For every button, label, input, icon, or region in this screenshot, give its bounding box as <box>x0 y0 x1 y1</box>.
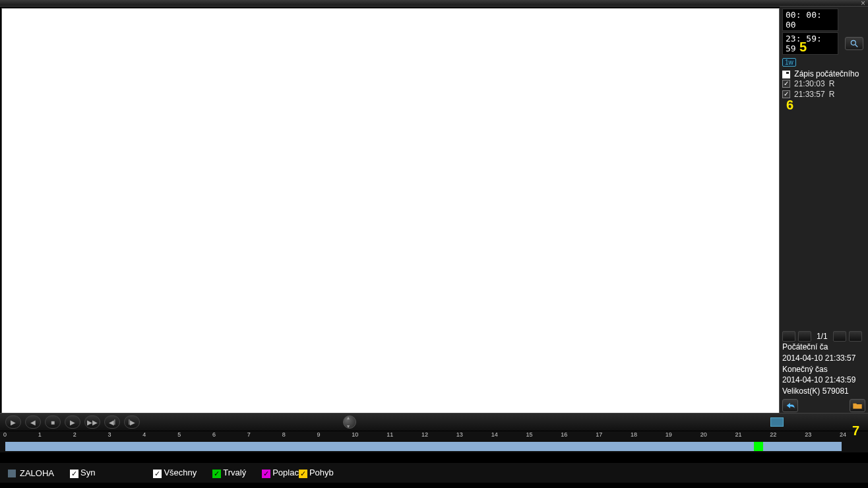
filter-all[interactable]: ✓Všechny <box>153 468 197 477</box>
hour-tick: 9 <box>317 431 321 438</box>
recording-row[interactable]: 21:30:03 R <box>782 78 868 89</box>
end-label: Konečný čas <box>782 364 865 375</box>
filter-continuous[interactable]: ✓Trvalý <box>212 468 246 477</box>
filter-alarm[interactable]: ✓Poplac <box>262 468 299 477</box>
hour-tick: 23 <box>805 431 811 438</box>
sync-toggle[interactable]: ✓Syn <box>70 468 95 477</box>
timeline-track[interactable] <box>5 442 842 451</box>
pagination-row: 1/1 <box>782 331 865 342</box>
hour-tick: 17 <box>596 431 602 438</box>
playback-controls: ▶ ◀ ■ ▶ ▶▶ ◀I I▶ <box>0 413 868 431</box>
end-value: 2014-04-10 21:43:59 <box>782 375 865 386</box>
hour-tick: 21 <box>735 431 742 438</box>
page-last-button[interactable] <box>849 331 862 342</box>
back-arrow-icon <box>785 401 795 410</box>
side-bottom-icons <box>782 398 865 413</box>
reverse-play-button[interactable]: ◀ <box>25 415 41 429</box>
video-playback-area[interactable] <box>1 8 780 414</box>
start-value: 2014-04-10 21:33:57 <box>782 353 865 364</box>
open-folder-button[interactable] <box>850 399 865 412</box>
start-time-input[interactable]: 00: 00: 00 <box>782 9 838 31</box>
size-label: Velikost(K) <box>782 386 820 396</box>
checkbox-icon: ✓ <box>153 470 162 478</box>
search-button[interactable] <box>845 37 863 50</box>
timeline: 0123456789101112131415161718192021222324 <box>0 431 868 452</box>
recording-time: 21:33:57 <box>794 90 825 99</box>
hour-tick: 13 <box>456 431 463 438</box>
back-button[interactable] <box>782 399 798 412</box>
slow-button[interactable]: ▶ <box>65 415 80 429</box>
recording-checkbox[interactable] <box>782 80 790 88</box>
folder-icon <box>852 401 863 410</box>
hour-tick: 5 <box>177 431 181 438</box>
hour-tick: 12 <box>421 431 428 438</box>
hour-tick: 15 <box>526 431 533 438</box>
motion-segment <box>754 442 763 451</box>
hour-tick: 4 <box>142 431 146 438</box>
recording-type: R <box>829 90 835 99</box>
page-indicator: 1/1 <box>817 332 828 341</box>
play-button[interactable]: ▶ <box>5 415 21 429</box>
backup-button[interactable]: ZALOHA <box>8 468 54 478</box>
callout-7: 7 <box>852 423 859 439</box>
svg-point-0 <box>851 40 855 45</box>
next-frame-button[interactable]: I▶ <box>124 415 140 429</box>
hour-tick: 7 <box>247 431 251 438</box>
filter-motion[interactable]: ✓Pohyb <box>299 468 334 477</box>
callout-6: 6 <box>786 98 793 113</box>
stop-square-icon <box>8 470 16 477</box>
callout-5: 5 <box>799 40 807 55</box>
hour-tick: 11 <box>387 431 393 438</box>
hour-tick: 20 <box>700 431 707 438</box>
fast-button[interactable]: ▶▶ <box>84 415 100 429</box>
list-header-text: Zápis počátečního <box>794 69 859 78</box>
clip-info: Počáteční ča 2014-04-10 21:33:57 Konečný… <box>782 342 865 397</box>
start-label: Počáteční ča <box>782 342 865 353</box>
hour-tick: 18 <box>631 431 637 438</box>
svg-line-1 <box>855 45 858 47</box>
clip-marker-icon[interactable] <box>770 417 784 427</box>
end-time-input[interactable]: 23: 59: 59 <box>782 32 838 55</box>
timespan-badge[interactable]: 1w <box>782 58 796 67</box>
checkbox-icon: ✓ <box>70 470 78 478</box>
save-icon <box>782 71 790 78</box>
page-prev-button[interactable] <box>798 331 811 342</box>
hour-tick: 14 <box>491 431 498 438</box>
hour-tick: 8 <box>282 431 286 438</box>
hour-tick: 10 <box>352 431 358 438</box>
hour-tick: 2 <box>73 431 77 438</box>
speed-dial[interactable] <box>343 415 356 429</box>
hour-tick: 16 <box>561 431 567 438</box>
search-icon <box>850 39 859 48</box>
hour-tick: 24 <box>840 431 846 438</box>
recordings-list-header: Zápis počátečního <box>782 69 868 78</box>
size-value: 579081 <box>822 386 849 396</box>
checkbox-icon: ✓ <box>262 470 270 478</box>
main-row: 00: 00: 00 23: 59: 59 1w 5 Zápis počáteč… <box>0 7 868 413</box>
checkbox-icon: ✓ <box>299 470 307 478</box>
legend-bar: ZALOHA ✓Syn ✓Všechny ✓Trvalý ✓Poplac ✓Po… <box>0 463 868 483</box>
titlebar: × <box>0 0 868 7</box>
page-next-button[interactable] <box>833 331 846 342</box>
page-first-button[interactable] <box>782 331 795 342</box>
recording-time: 21:30:03 <box>794 79 825 88</box>
side-panel: 00: 00: 00 23: 59: 59 1w 5 Zápis počáteč… <box>780 7 868 413</box>
hour-tick: 0 <box>3 431 7 438</box>
stop-button[interactable]: ■ <box>45 415 61 429</box>
recording-row[interactable]: 21:33:57 R <box>782 89 868 100</box>
hour-tick: 6 <box>212 431 216 438</box>
recording-type: R <box>829 79 835 88</box>
hour-tick: 19 <box>666 431 672 438</box>
timeline-ruler: 0123456789101112131415161718192021222324 <box>5 431 863 441</box>
hour-tick: 1 <box>38 431 42 438</box>
hour-tick: 3 <box>108 431 111 438</box>
hour-tick: 22 <box>770 431 776 438</box>
checkbox-icon: ✓ <box>212 470 221 478</box>
prev-frame-button[interactable]: ◀I <box>104 415 120 429</box>
